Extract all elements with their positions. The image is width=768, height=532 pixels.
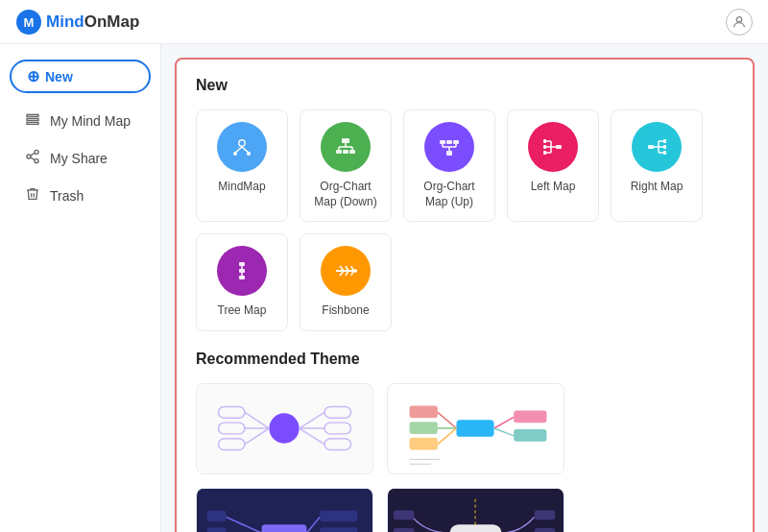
svg-rect-32 <box>453 140 459 144</box>
logo: M MindOnMap <box>15 9 139 36</box>
svg-rect-22 <box>336 150 342 154</box>
svg-rect-40 <box>543 145 546 149</box>
trash-icon <box>25 186 40 205</box>
svg-line-14 <box>242 147 249 153</box>
svg-rect-23 <box>343 150 348 154</box>
svg-rect-48 <box>663 139 666 143</box>
svg-point-63 <box>353 269 357 273</box>
svg-rect-17 <box>342 138 349 143</box>
right-map-label: Right Map <box>631 180 684 195</box>
fishbone-icon-circle <box>321 246 371 296</box>
svg-line-10 <box>31 153 36 156</box>
sidebar-item-my-share[interactable]: My Share <box>8 140 153 176</box>
svg-rect-103 <box>207 527 227 532</box>
user-avatar-button[interactable] <box>726 9 753 36</box>
sidebar-item-label: Trash <box>50 188 84 204</box>
svg-rect-95 <box>320 510 357 521</box>
theme-card-3[interactable] <box>196 488 373 532</box>
svg-rect-31 <box>446 140 452 144</box>
svg-rect-107 <box>450 524 502 532</box>
right-map-icon-circle <box>632 122 682 172</box>
theme-card-1[interactable] <box>196 383 373 474</box>
sidebar-item-label: My Share <box>50 151 108 166</box>
map-type-grid: MindMap <box>196 109 733 331</box>
left-map-label: Left Map <box>531 180 576 195</box>
mindmap-label: MindMap <box>218 180 265 195</box>
svg-rect-101 <box>207 510 227 521</box>
svg-rect-4 <box>27 118 38 120</box>
map-type-left-map[interactable]: Left Map <box>507 109 599 222</box>
svg-rect-39 <box>543 139 546 143</box>
recommended-section-title: Recommended Theme <box>196 351 733 368</box>
svg-rect-112 <box>535 510 556 520</box>
svg-point-16 <box>247 152 251 156</box>
fishbone-label: Fishbone <box>322 303 369 319</box>
svg-rect-55 <box>239 276 245 279</box>
svg-rect-41 <box>543 151 546 155</box>
new-label: New <box>45 69 73 85</box>
svg-rect-49 <box>663 145 666 149</box>
svg-text:M: M <box>24 15 35 30</box>
svg-rect-87 <box>514 410 546 423</box>
svg-point-2 <box>736 16 741 21</box>
map-type-org-chart-up[interactable]: Org-Chart Map (Up) <box>403 109 495 222</box>
new-section-title: New <box>196 77 733 94</box>
svg-point-6 <box>35 150 38 154</box>
new-button[interactable]: ⊕ New <box>10 60 151 93</box>
org-up-icon-circle <box>424 122 474 172</box>
map-type-mindmap[interactable]: MindMap <box>196 109 288 222</box>
svg-point-12 <box>240 141 245 146</box>
header: M MindOnMap <box>0 0 768 44</box>
svg-rect-30 <box>440 140 445 144</box>
svg-rect-24 <box>349 150 355 154</box>
sidebar-item-label: My Mind Map <box>50 113 131 129</box>
svg-rect-93 <box>262 524 307 532</box>
sidebar-item-trash[interactable]: Trash <box>8 178 153 213</box>
svg-rect-33 <box>556 145 562 149</box>
svg-rect-42 <box>648 145 654 149</box>
svg-rect-113 <box>535 528 556 532</box>
svg-point-15 <box>233 152 237 156</box>
mind-map-icon <box>25 111 40 130</box>
logo-icon: M <box>15 9 42 36</box>
svg-rect-53 <box>239 269 245 273</box>
plus-icon: ⊕ <box>27 67 39 85</box>
svg-rect-3 <box>27 114 38 116</box>
share-icon <box>25 149 40 167</box>
content-box: New MindMap <box>175 58 755 532</box>
svg-rect-83 <box>409 422 437 434</box>
svg-rect-109 <box>394 510 415 520</box>
sidebar: ⊕ New My Mind Map My Share <box>0 44 161 532</box>
map-type-right-map[interactable]: Right Map <box>611 109 703 222</box>
org-down-label: Org-Chart Map (Down) <box>308 180 383 209</box>
main-layout: ⊕ New My Mind Map My Share <box>0 44 768 532</box>
svg-rect-97 <box>320 527 357 532</box>
theme-card-2[interactable] <box>387 383 564 474</box>
main-content: New MindMap <box>161 44 768 532</box>
sidebar-item-my-mind-map[interactable]: My Mind Map <box>8 103 153 138</box>
theme-card-4[interactable] <box>387 488 564 532</box>
svg-rect-51 <box>239 262 245 266</box>
svg-rect-110 <box>394 528 415 532</box>
svg-rect-81 <box>409 405 437 418</box>
svg-rect-79 <box>456 420 493 437</box>
org-up-label: Org-Chart Map (Up) <box>412 180 487 209</box>
svg-rect-85 <box>409 438 437 450</box>
mindmap-icon-circle <box>217 122 267 172</box>
svg-point-65 <box>269 413 299 443</box>
theme-grid <box>196 383 733 532</box>
logo-text: MindOnMap <box>46 12 139 32</box>
map-type-fishbone[interactable]: Fishbone <box>300 233 392 331</box>
tree-map-label: Tree Map <box>218 303 267 319</box>
map-type-org-chart-down[interactable]: Org-Chart Map (Down) <box>300 109 392 222</box>
svg-rect-5 <box>27 122 38 124</box>
left-map-icon-circle <box>528 122 578 172</box>
svg-line-13 <box>235 147 242 153</box>
svg-rect-50 <box>663 151 666 155</box>
org-down-icon-circle <box>321 122 371 172</box>
svg-line-9 <box>31 157 36 160</box>
svg-rect-89 <box>514 429 546 442</box>
svg-rect-25 <box>446 151 452 156</box>
map-type-tree-map[interactable]: Tree Map <box>196 233 288 331</box>
svg-point-8 <box>35 159 38 163</box>
